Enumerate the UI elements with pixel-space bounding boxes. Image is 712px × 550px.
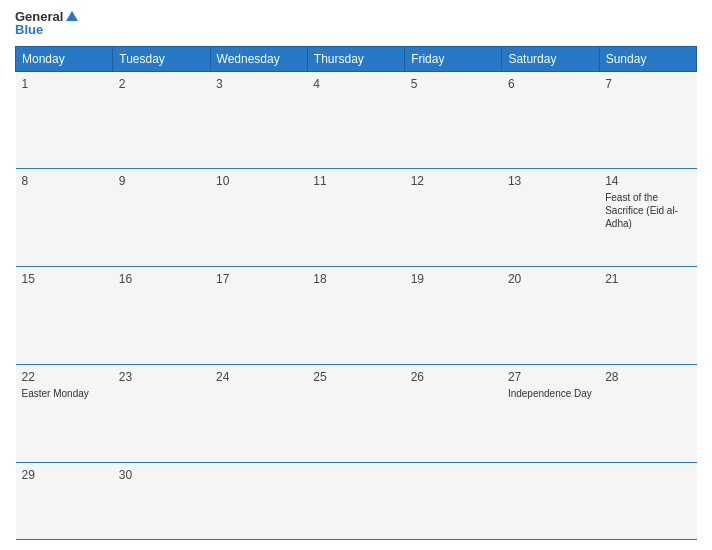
event-label: Independence Day: [508, 388, 592, 399]
calendar-cell: 3: [210, 71, 307, 169]
calendar-cell: 21: [599, 267, 696, 365]
calendar-cell: 9: [113, 169, 210, 267]
calendar-cell: 11: [307, 169, 404, 267]
day-number: 3: [216, 77, 301, 91]
day-number: 16: [119, 272, 204, 286]
weekday-header-wednesday: Wednesday: [210, 46, 307, 71]
event-label: Easter Monday: [22, 388, 89, 399]
calendar-week-row: 1234567: [16, 71, 697, 169]
day-number: 30: [119, 468, 204, 482]
weekday-header-thursday: Thursday: [307, 46, 404, 71]
calendar-cell: [210, 463, 307, 540]
logo-blue-text: Blue: [15, 23, 43, 37]
day-number: 4: [313, 77, 398, 91]
event-label: Feast of the Sacrifice (Eid al-Adha): [605, 192, 678, 229]
calendar-cell: [307, 463, 404, 540]
calendar-cell: 1: [16, 71, 113, 169]
calendar-cell: 17: [210, 267, 307, 365]
calendar-table: MondayTuesdayWednesdayThursdayFridaySatu…: [15, 46, 697, 540]
calendar-week-row: 22Easter Monday2324252627Independence Da…: [16, 365, 697, 463]
calendar-cell: 7: [599, 71, 696, 169]
weekday-header-sunday: Sunday: [599, 46, 696, 71]
calendar-cell: 12: [405, 169, 502, 267]
calendar-cell: 15: [16, 267, 113, 365]
day-number: 7: [605, 77, 690, 91]
day-number: 25: [313, 370, 398, 384]
day-number: 27: [508, 370, 593, 384]
day-number: 22: [22, 370, 107, 384]
day-number: 29: [22, 468, 107, 482]
calendar-cell: 26: [405, 365, 502, 463]
calendar-cell: 5: [405, 71, 502, 169]
calendar-cell: 20: [502, 267, 599, 365]
day-number: 23: [119, 370, 204, 384]
calendar-cell: 16: [113, 267, 210, 365]
day-number: 9: [119, 174, 204, 188]
day-number: 28: [605, 370, 690, 384]
calendar-cell: 30: [113, 463, 210, 540]
calendar-cell: 22Easter Monday: [16, 365, 113, 463]
day-number: 8: [22, 174, 107, 188]
calendar-cell: 25: [307, 365, 404, 463]
calendar-cell: 19: [405, 267, 502, 365]
day-number: 26: [411, 370, 496, 384]
calendar-cell: 10: [210, 169, 307, 267]
calendar-week-row: 891011121314Feast of the Sacrifice (Eid …: [16, 169, 697, 267]
day-number: 24: [216, 370, 301, 384]
day-number: 20: [508, 272, 593, 286]
calendar-cell: [502, 463, 599, 540]
calendar-cell: 27Independence Day: [502, 365, 599, 463]
calendar-cell: 28: [599, 365, 696, 463]
calendar-cell: 18: [307, 267, 404, 365]
day-number: 2: [119, 77, 204, 91]
calendar-cell: 24: [210, 365, 307, 463]
weekday-header-saturday: Saturday: [502, 46, 599, 71]
calendar-cell: 29: [16, 463, 113, 540]
day-number: 10: [216, 174, 301, 188]
day-number: 17: [216, 272, 301, 286]
calendar-cell: 8: [16, 169, 113, 267]
calendar-week-row: 2930: [16, 463, 697, 540]
weekday-header-tuesday: Tuesday: [113, 46, 210, 71]
day-number: 11: [313, 174, 398, 188]
calendar-week-row: 15161718192021: [16, 267, 697, 365]
weekday-header-friday: Friday: [405, 46, 502, 71]
calendar-page: General Blue MondayTuesdayWednesdayThurs…: [0, 0, 712, 550]
day-number: 5: [411, 77, 496, 91]
day-number: 15: [22, 272, 107, 286]
calendar-cell: 14Feast of the Sacrifice (Eid al-Adha): [599, 169, 696, 267]
day-number: 12: [411, 174, 496, 188]
weekday-header-monday: Monday: [16, 46, 113, 71]
calendar-cell: 6: [502, 71, 599, 169]
day-number: 6: [508, 77, 593, 91]
day-number: 14: [605, 174, 690, 188]
calendar-cell: 23: [113, 365, 210, 463]
day-number: 1: [22, 77, 107, 91]
day-number: 18: [313, 272, 398, 286]
calendar-cell: [599, 463, 696, 540]
calendar-cell: 13: [502, 169, 599, 267]
calendar-cell: 4: [307, 71, 404, 169]
calendar-header: General Blue: [15, 10, 697, 38]
weekday-header-row: MondayTuesdayWednesdayThursdayFridaySatu…: [16, 46, 697, 71]
calendar-cell: 2: [113, 71, 210, 169]
day-number: 21: [605, 272, 690, 286]
calendar-cell: [405, 463, 502, 540]
logo: General Blue: [15, 10, 78, 38]
day-number: 13: [508, 174, 593, 188]
day-number: 19: [411, 272, 496, 286]
